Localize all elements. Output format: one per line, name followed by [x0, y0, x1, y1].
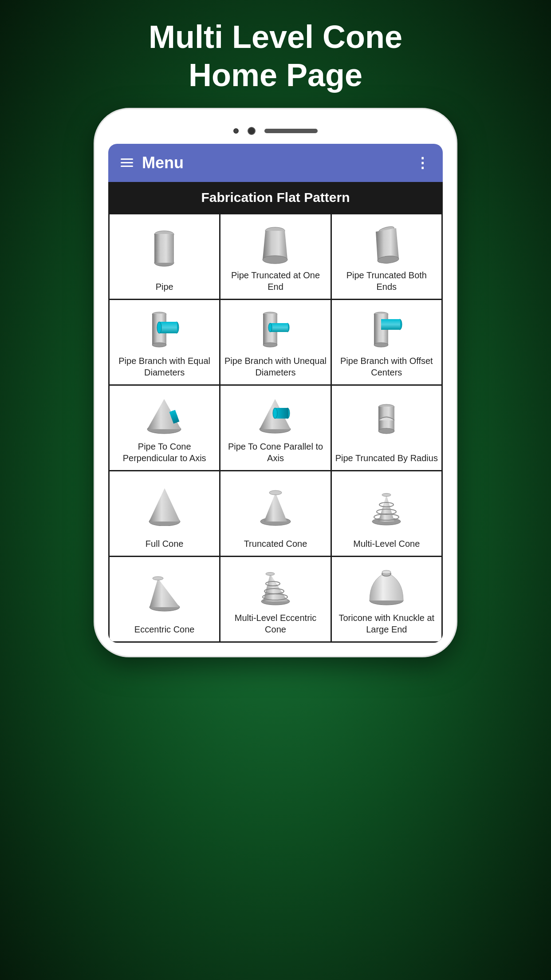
grid-item-pipe-truncated-one[interactable]: Pipe Truncated at One End — [220, 214, 330, 299]
svg-rect-3 — [154, 234, 174, 263]
grid-item-pipe-branch-equal[interactable]: Pipe Branch with Equal Diameters — [110, 300, 219, 384]
pipe-cone-parallel-icon — [256, 392, 294, 437]
svg-marker-42 — [264, 493, 287, 522]
pipe-branch-offset-label: Pipe Branch with Offset Centers — [335, 355, 438, 378]
pipe-truncated-both-label: Pipe Truncated Both Ends — [335, 269, 438, 292]
grid-item-toricone[interactable]: Toricone with Knuckle at Large End — [332, 557, 441, 641]
pipe-branch-offset-icon — [369, 306, 404, 352]
grid-item-multi-level-eccentric[interactable]: Multi-Level Eccentric Cone — [220, 557, 330, 641]
pipe-branch-unequal-icon — [258, 306, 293, 352]
svg-point-43 — [269, 490, 282, 495]
pipe-cone-perp-icon — [146, 392, 183, 437]
truncated-cone-icon — [258, 478, 293, 534]
grid-item-pipe-truncated-both[interactable]: Pipe Truncated Both Ends — [332, 214, 441, 299]
svg-marker-54 — [263, 574, 288, 601]
svg-marker-45 — [378, 495, 394, 522]
svg-point-18 — [263, 343, 277, 347]
phone-notch — [108, 122, 443, 144]
header-title: Menu — [142, 154, 184, 172]
grid-item-pipe-branch-offset[interactable]: Pipe Branch with Offset Centers — [332, 300, 441, 384]
svg-point-61 — [382, 570, 391, 574]
front-camera — [233, 128, 239, 134]
pipe-branch-unequal-label: Pipe Branch with Unequal Diameters — [224, 355, 327, 378]
multi-level-eccentric-label: Multi-Level Eccentric Cone — [224, 612, 327, 635]
pipe-branch-equal-label: Pipe Branch with Equal Diameters — [113, 355, 216, 378]
pipe-truncated-radius-icon — [373, 392, 400, 449]
svg-rect-14 — [159, 322, 177, 333]
menu-icon[interactable] — [121, 158, 133, 167]
page-title: Multi Level Cone Home Page — [122, 0, 429, 108]
pipe-truncated-one-label: Pipe Truncated at One End — [224, 269, 327, 292]
phone-screen: Menu ⋮ Fabrication Flat Pattern — [108, 144, 443, 643]
pipe-icon — [152, 221, 177, 277]
svg-point-15 — [157, 322, 161, 333]
eccentric-cone-icon — [147, 563, 182, 620]
toricone-icon — [368, 563, 405, 609]
section-title-bar: Fabrication Flat Pattern — [108, 182, 443, 213]
grid-item-pipe-cone-parallel[interactable]: Pipe To Cone Parallel to Axis — [220, 386, 330, 470]
full-cone-label: Full Cone — [146, 538, 184, 549]
svg-marker-5 — [263, 231, 287, 260]
svg-marker-51 — [150, 578, 180, 607]
header-left: Menu — [121, 154, 184, 172]
grid-item-eccentric-cone[interactable]: Eccentric Cone — [110, 557, 219, 641]
multi-level-cone-label: Multi-Level Cone — [353, 538, 420, 549]
svg-point-21 — [268, 323, 272, 332]
app-header: Menu ⋮ — [108, 144, 443, 182]
grid-item-full-cone[interactable]: Full Cone — [110, 471, 219, 556]
eccentric-cone-label: Eccentric Cone — [134, 624, 195, 635]
multi-level-cone-icon — [369, 478, 404, 534]
camera — [248, 127, 256, 135]
svg-point-6 — [263, 256, 287, 264]
svg-point-55 — [266, 572, 275, 575]
pipe-branch-equal-icon — [147, 306, 182, 352]
svg-point-38 — [378, 428, 394, 434]
svg-rect-26 — [381, 319, 400, 330]
truncated-cone-label: Truncated Cone — [244, 538, 307, 549]
pipe-truncated-radius-label: Pipe Truncated By Radius — [335, 452, 438, 464]
svg-rect-20 — [270, 323, 288, 332]
grid-item-pipe-cone-perp[interactable]: Pipe To Cone Perpendicular to Axis — [110, 386, 219, 470]
pipe-cone-parallel-label: Pipe To Cone Parallel to Axis — [224, 441, 327, 464]
svg-point-35 — [273, 408, 277, 419]
speaker — [264, 129, 318, 133]
pipe-cone-perp-label: Pipe To Cone Perpendicular to Axis — [113, 441, 216, 464]
pipe-truncated-one-icon — [261, 221, 290, 266]
more-options-icon[interactable]: ⋮ — [415, 154, 430, 171]
svg-point-46 — [382, 493, 391, 496]
svg-point-52 — [153, 577, 163, 580]
svg-marker-40 — [149, 488, 180, 522]
toricone-label: Toricone with Knuckle at Large End — [335, 612, 438, 635]
grid-item-multi-level-cone[interactable]: Multi-Level Cone — [332, 471, 441, 556]
items-grid: Pipe — [108, 213, 443, 643]
multi-level-eccentric-icon — [258, 563, 293, 609]
svg-point-24 — [374, 343, 388, 347]
full-cone-icon — [147, 478, 182, 534]
pipe-truncated-both-icon — [372, 221, 401, 266]
phone-frame: Menu ⋮ Fabrication Flat Pattern — [94, 108, 457, 657]
grid-item-pipe-branch-unequal[interactable]: Pipe Branch with Unequal Diameters — [220, 300, 330, 384]
pipe-label: Pipe — [156, 281, 173, 292]
section-title: Fabrication Flat Pattern — [201, 190, 350, 205]
grid-item-pipe-truncated-radius[interactable]: Pipe Truncated By Radius — [332, 386, 441, 470]
grid-item-truncated-cone[interactable]: Truncated Cone — [220, 471, 330, 556]
svg-point-12 — [152, 343, 166, 347]
grid-item-pipe[interactable]: Pipe — [110, 214, 219, 299]
